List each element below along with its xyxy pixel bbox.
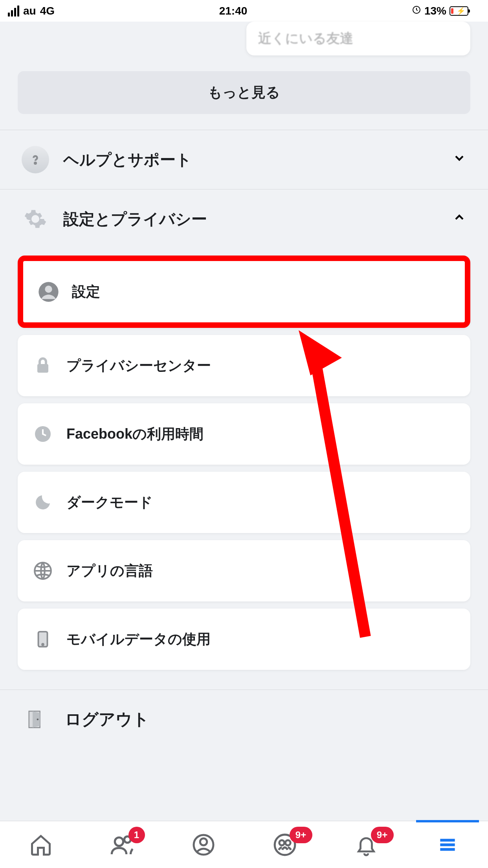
svg-point-1 xyxy=(35,162,36,164)
dark-mode-label: ダークモード xyxy=(66,493,153,512)
privacy-center-label: プライバシーセンター xyxy=(66,356,211,375)
charging-icon: ⚡ xyxy=(457,7,465,15)
chevron-down-icon xyxy=(452,151,466,169)
logout-row[interactable]: ログアウト xyxy=(0,690,488,749)
svg-rect-4 xyxy=(37,364,48,373)
settings-item[interactable]: 設定 xyxy=(18,256,470,328)
gear-icon xyxy=(22,205,49,233)
svg-point-16 xyxy=(279,840,284,845)
nav-profile[interactable] xyxy=(188,829,219,861)
nav-groups[interactable]: 9+ xyxy=(269,829,301,861)
settings-privacy-row[interactable]: 設定とプライバシー xyxy=(0,189,488,248)
signal-icon xyxy=(8,6,19,17)
settings-privacy-label: 設定とプライバシー xyxy=(63,208,207,230)
nav-friends[interactable]: 1 xyxy=(106,829,138,861)
svg-point-11 xyxy=(115,837,123,846)
settings-label: 設定 xyxy=(72,282,100,302)
status-right: 13% ⚡ xyxy=(412,5,480,17)
bottom-nav: 1 9+ 9+ xyxy=(0,821,488,868)
mobile-data-item[interactable]: モバイルデータの使用 xyxy=(18,609,470,670)
person-circle-icon xyxy=(37,280,60,303)
time-facebook-item[interactable]: Facebookの利用時間 xyxy=(18,403,470,465)
groups-badge: 9+ xyxy=(290,827,312,843)
moon-icon xyxy=(31,491,55,514)
carrier-label: au xyxy=(23,5,36,17)
rotation-lock-icon xyxy=(412,5,421,17)
chevron-up-icon xyxy=(452,210,466,228)
door-icon xyxy=(22,706,49,733)
see-more-button[interactable]: もっと見る xyxy=(18,71,470,114)
status-time: 21:40 xyxy=(219,5,248,17)
app-language-label: アプリの言語 xyxy=(66,561,153,581)
friends-badge: 1 xyxy=(128,827,145,843)
app-language-item[interactable]: アプリの言語 xyxy=(18,540,470,601)
clock-icon xyxy=(31,422,55,446)
nav-menu[interactable] xyxy=(432,829,463,861)
see-more-label: もっと見る xyxy=(208,84,280,100)
help-support-label: ヘルプとサポート xyxy=(63,149,192,171)
svg-point-17 xyxy=(285,840,290,845)
nav-notifications[interactable]: 9+ xyxy=(350,829,382,861)
logout-label: ログアウト xyxy=(65,708,149,730)
status-bar: au 4G 21:40 13% ⚡ xyxy=(0,0,488,22)
battery-pct: 13% xyxy=(424,5,446,17)
mobile-data-label: モバイルデータの使用 xyxy=(66,630,211,649)
status-left: au 4G xyxy=(8,5,55,17)
svg-point-10 xyxy=(37,719,39,721)
lock-icon xyxy=(31,354,55,377)
help-support-row[interactable]: ヘルプとサポート xyxy=(0,130,488,189)
nav-home[interactable] xyxy=(25,829,57,861)
svg-point-3 xyxy=(45,285,52,292)
svg-point-8 xyxy=(42,644,44,645)
phone-icon xyxy=(31,627,55,651)
nearby-friends-card[interactable]: 近くにいる友達 xyxy=(246,22,470,55)
network-label: 4G xyxy=(40,5,55,17)
time-facebook-label: Facebookの利用時間 xyxy=(66,425,204,444)
notifications-badge: 9+ xyxy=(371,827,394,843)
nearby-friends-label: 近くにいる友達 xyxy=(258,31,353,46)
globe-icon xyxy=(31,559,55,583)
dark-mode-item[interactable]: ダークモード xyxy=(18,472,470,533)
privacy-center-item[interactable]: プライバシーセンター xyxy=(18,335,470,396)
question-icon xyxy=(22,146,49,173)
svg-point-14 xyxy=(200,838,207,845)
